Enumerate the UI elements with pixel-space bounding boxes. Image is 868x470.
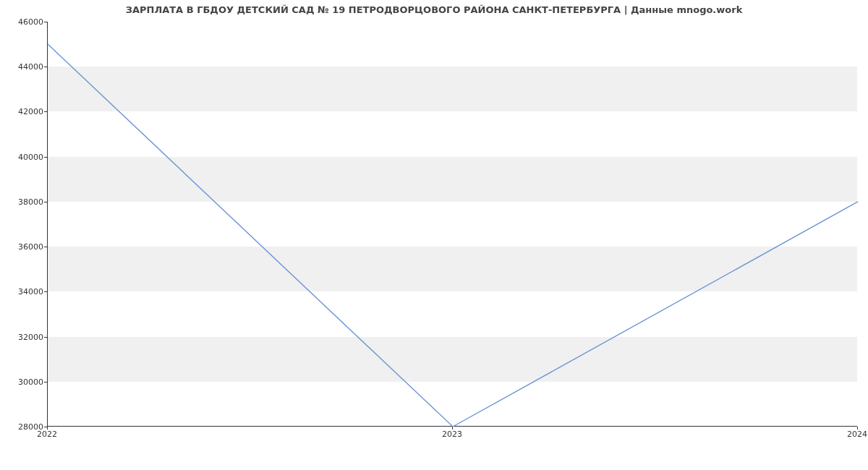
y-tick-label: 46000 [4, 17, 43, 27]
y-tick-mark [44, 247, 47, 247]
x-tick-mark [452, 427, 453, 430]
y-tick-mark [44, 202, 47, 202]
y-tick-label: 34000 [4, 287, 43, 296]
y-tick-label: 40000 [4, 152, 43, 161]
y-tick-mark [44, 67, 47, 67]
y-tick-label: 32000 [4, 332, 43, 341]
y-tick-label: 44000 [4, 62, 43, 72]
y-tick-label: 42000 [4, 107, 43, 116]
plot-area [47, 22, 857, 427]
y-tick-mark [44, 291, 47, 292]
y-tick-mark [44, 111, 47, 112]
x-tick-mark [857, 427, 858, 430]
x-tick-label: 2023 [442, 430, 462, 439]
x-tick-mark [47, 427, 48, 430]
y-tick-mark [44, 22, 47, 22]
x-tick-label: 2022 [37, 430, 57, 439]
line-layer [48, 22, 857, 426]
y-tick-mark [44, 157, 47, 158]
chart-container: ЗАРПЛАТА В ГБДОУ ДЕТСКИЙ САД № 19 ПЕТРОД… [0, 0, 868, 470]
x-tick-label: 2024 [847, 430, 867, 439]
y-tick-label: 38000 [4, 197, 43, 206]
y-tick-label: 30000 [4, 377, 43, 386]
chart-title: ЗАРПЛАТА В ГБДОУ ДЕТСКИЙ САД № 19 ПЕТРОД… [0, 4, 868, 15]
data-line [48, 44, 858, 427]
y-tick-mark [44, 337, 47, 338]
y-tick-mark [44, 382, 47, 383]
y-tick-label: 36000 [4, 242, 43, 252]
